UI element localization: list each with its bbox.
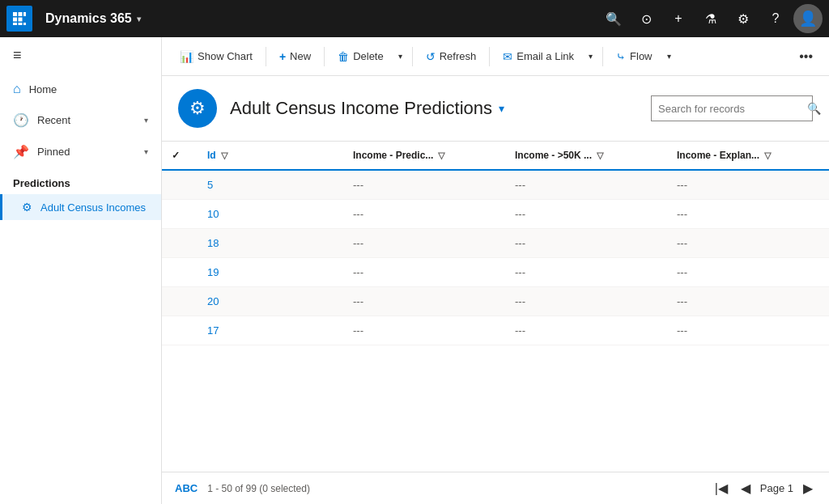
prev-page-button[interactable]: ◀ <box>738 479 754 498</box>
row-income-explan-cell: --- <box>667 170 829 200</box>
income-pred-filter-icon[interactable]: ▽ <box>438 150 444 161</box>
toolbar-divider-3 <box>412 47 413 66</box>
data-section: ✓ Id ▽ Income - Pr <box>162 142 829 504</box>
toolbar-divider-2 <box>324 47 325 66</box>
delete-button[interactable]: 🗑 Delete <box>329 45 392 68</box>
activity-icon[interactable]: ⊙ <box>631 4 661 33</box>
svg-rect-7 <box>23 23 26 25</box>
next-page-button[interactable]: ▶ <box>800 479 816 498</box>
refresh-button[interactable]: ↺ Refresh <box>418 45 485 68</box>
new-button[interactable]: + New <box>271 45 319 68</box>
toolbar-divider-5 <box>602 47 603 66</box>
table-row[interactable]: 18--------- <box>162 229 829 258</box>
delete-icon: 🗑 <box>338 50 349 63</box>
avatar[interactable]: 👤 <box>793 4 823 33</box>
first-page-button[interactable]: |◀ <box>712 479 731 498</box>
row-id-cell[interactable]: 20 <box>198 287 343 316</box>
sidebar-item-adult-census-incomes[interactable]: ⚙ Adult Census Incomes <box>0 194 161 220</box>
row-id-cell[interactable]: 19 <box>198 258 343 287</box>
income-50k-filter-icon[interactable]: ▽ <box>597 150 603 161</box>
col-income-50k[interactable]: Income - >50K ... ▽ <box>505 142 667 170</box>
row-check-cell[interactable] <box>162 316 198 345</box>
row-income-explan-cell: --- <box>667 258 829 287</box>
svg-rect-1 <box>19 12 23 16</box>
table-footer: ABC 1 - 50 of 99 (0 selected) |◀ ◀ Page … <box>162 472 829 504</box>
delete-label: Delete <box>353 50 384 62</box>
row-income-50k-cell: --- <box>505 316 667 345</box>
row-income-50k-cell: --- <box>505 200 667 229</box>
col-income-pred-label: Income - Predic... <box>353 150 433 161</box>
row-id-cell[interactable]: 17 <box>198 316 343 345</box>
adult-census-icon: ⚙ <box>22 201 32 214</box>
chart-icon: 📊 <box>180 50 193 63</box>
add-icon[interactable]: + <box>664 4 693 33</box>
page-title-chevron[interactable]: ▾ <box>499 102 504 115</box>
search-input[interactable] <box>652 96 801 121</box>
sidebar-item-pinned[interactable]: 📌 Pinned ▾ <box>0 136 161 167</box>
refresh-label: Refresh <box>440 50 477 62</box>
recent-icon: 🕐 <box>13 112 29 128</box>
email-dropdown-button[interactable]: ▾ <box>584 47 597 66</box>
flow-dropdown-button[interactable]: ▾ <box>662 47 676 66</box>
row-income-50k-cell: --- <box>505 170 667 200</box>
table-row[interactable]: 10--------- <box>162 200 829 229</box>
show-chart-label: Show Chart <box>198 50 253 62</box>
search-box[interactable]: 🔍 <box>651 95 813 121</box>
row-income-pred-cell: --- <box>343 170 505 200</box>
toolbar-divider-4 <box>489 47 490 66</box>
row-check-cell[interactable] <box>162 229 198 258</box>
income-explan-filter-icon[interactable]: ▽ <box>764 150 771 161</box>
page-icon: ⚙ <box>178 89 217 128</box>
col-income-50k-label: Income - >50K ... <box>515 150 592 161</box>
delete-dropdown-button[interactable]: ▾ <box>393 47 407 66</box>
brand-title[interactable]: Dynamics 365 ▾ <box>39 11 147 26</box>
flow-button[interactable]: ⤷ Flow <box>608 45 660 68</box>
row-check-cell[interactable] <box>162 200 198 229</box>
sidebar-item-recent[interactable]: 🕐 Recent ▾ <box>0 104 161 136</box>
row-income-explan-cell: --- <box>667 316 829 345</box>
row-id-cell[interactable]: 10 <box>198 200 343 229</box>
svg-rect-3 <box>13 18 17 22</box>
page-label: Page 1 <box>760 482 793 494</box>
pagination: |◀ ◀ Page 1 ▶ <box>712 479 816 498</box>
filter-icon[interactable]: ⚗ <box>696 4 725 33</box>
sidebar-toggle[interactable]: ≡ <box>0 37 161 74</box>
more-options-button[interactable]: ••• <box>793 44 819 69</box>
row-check-cell[interactable] <box>162 258 198 287</box>
table-row[interactable]: 17--------- <box>162 316 829 345</box>
row-id-cell[interactable]: 18 <box>198 229 343 258</box>
content-area: 📊 Show Chart + New 🗑 Delete ▾ ↺ Refresh … <box>162 37 829 504</box>
email-link-label: Email a Link <box>517 50 574 62</box>
search-icon[interactable]: 🔍 <box>599 4 628 33</box>
sidebar-home-label: Home <box>29 83 57 95</box>
sidebar-item-home[interactable]: ⌂ Home <box>0 74 161 104</box>
sidebar: ≡ ⌂ Home 🕐 Recent ▾ 📌 Pinned ▾ Predictio… <box>0 37 162 504</box>
table-body: 5---------10---------18---------19------… <box>162 170 829 345</box>
table-row[interactable]: 20--------- <box>162 287 829 316</box>
pinned-icon: 📌 <box>13 144 29 159</box>
col-check[interactable]: ✓ <box>162 142 198 170</box>
new-label: New <box>290 50 311 62</box>
row-id-cell[interactable]: 5 <box>198 170 343 200</box>
page-icon-symbol: ⚙ <box>189 98 206 119</box>
table-row[interactable]: 19--------- <box>162 258 829 287</box>
id-filter-icon[interactable]: ▽ <box>221 150 227 161</box>
table-header-row: ✓ Id ▽ Income - Pr <box>162 142 829 170</box>
col-income-pred[interactable]: Income - Predic... ▽ <box>343 142 505 170</box>
sidebar-recent-label: Recent <box>37 114 70 126</box>
col-income-explan[interactable]: Income - Explan... ▽ <box>667 142 829 170</box>
help-icon[interactable]: ? <box>761 4 790 33</box>
app-grid-icon[interactable] <box>6 6 32 32</box>
table-container: ✓ Id ▽ Income - Pr <box>162 142 829 472</box>
page-title-text: Adult Census Income Predictions <box>230 98 492 119</box>
table-row[interactable]: 5--------- <box>162 170 829 200</box>
show-chart-button[interactable]: 📊 Show Chart <box>172 45 261 68</box>
row-check-cell[interactable] <box>162 170 198 200</box>
row-check-cell[interactable] <box>162 287 198 316</box>
settings-icon[interactable]: ⚙ <box>729 4 758 33</box>
search-submit-icon[interactable]: 🔍 <box>801 102 827 115</box>
email-link-button[interactable]: ✉ Email a Link <box>495 45 582 68</box>
col-id[interactable]: Id ▽ <box>198 142 343 170</box>
row-income-pred-cell: --- <box>343 229 505 258</box>
row-income-pred-cell: --- <box>343 258 505 287</box>
